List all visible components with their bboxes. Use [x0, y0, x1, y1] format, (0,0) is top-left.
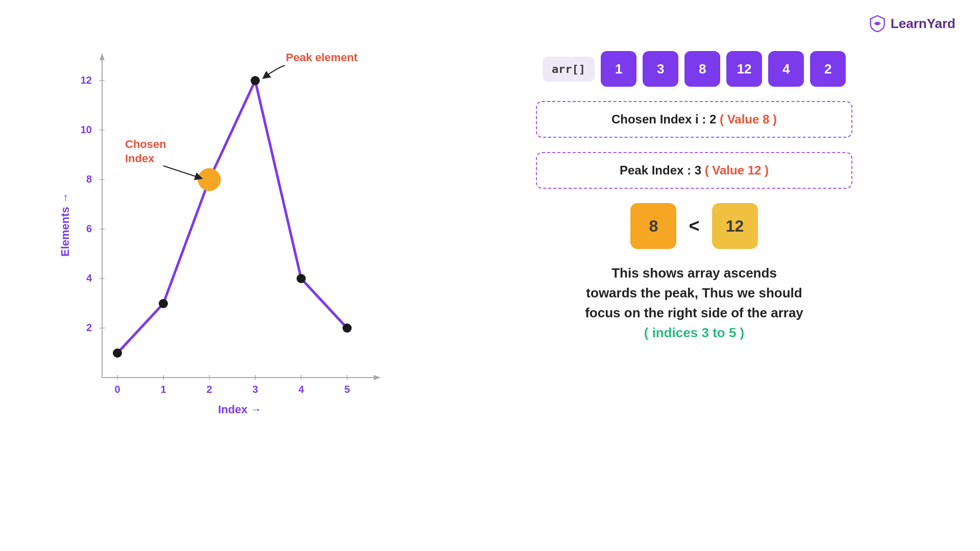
arr-cell-3: 12 [726, 51, 762, 87]
peak-label: Peak element [286, 51, 358, 64]
svg-text:2: 2 [86, 322, 92, 333]
description-text: This shows array ascendstowards the peak… [585, 263, 803, 343]
svg-text:8: 8 [86, 173, 92, 185]
svg-text:Elements →: Elements → [59, 192, 71, 257]
desc-line1: This shows array ascendstowards the peak… [585, 265, 803, 320]
svg-text:4: 4 [298, 384, 304, 395]
chosen-index-box: Chosen Index i : 2 ( Value 8 ) [536, 101, 852, 138]
chart-svg: 2 4 6 8 10 12 0 1 2 3 4 5 Elements → [41, 31, 408, 418]
right-panel: arr[] 1 3 8 12 4 2 Chosen Index i : 2 ( … [449, 51, 939, 343]
dot-chosen [198, 168, 220, 191]
svg-text:4: 4 [86, 272, 92, 284]
svg-marker-4 [374, 375, 381, 380]
svg-text:12: 12 [81, 74, 92, 86]
dot-3 [251, 76, 260, 85]
arr-cell-5: 2 [810, 51, 846, 87]
chosen-label-line2: Index [125, 152, 155, 165]
arr-label: arr[] [543, 57, 595, 82]
logo: LearnYard [868, 14, 955, 33]
dot-5 [342, 323, 352, 333]
comparison-row: 8 < 12 [630, 203, 757, 249]
chart-area: 2 4 6 8 10 12 0 1 2 3 4 5 Elements → [41, 31, 408, 418]
svg-text:2: 2 [206, 384, 212, 395]
logo-icon [868, 14, 887, 33]
arr-cell-0: 1 [601, 51, 636, 87]
peak-index-value: ( Value 12 ) [705, 163, 769, 177]
svg-point-0 [876, 22, 878, 24]
arr-cell-2: 8 [684, 51, 720, 87]
svg-text:1: 1 [160, 384, 166, 395]
dot-0 [113, 348, 122, 358]
cmp-left: 8 [630, 203, 676, 249]
logo-text: LearnYard [891, 16, 955, 32]
svg-marker-2 [100, 53, 105, 60]
arr-cell-4: 4 [768, 51, 804, 87]
chosen-index-value: ( Value 8 ) [720, 112, 777, 126]
svg-text:Index →: Index → [218, 403, 262, 416]
peak-index-box: Peak Index : 3 ( Value 12 ) [536, 152, 852, 189]
chosen-label-line1: Chosen [125, 138, 166, 151]
dot-4 [297, 274, 306, 283]
dot-1 [159, 299, 168, 308]
svg-text:6: 6 [86, 223, 92, 234]
peak-index-label: Peak Index : 3 [620, 163, 705, 177]
chosen-index-label: Chosen Index i : 2 [611, 112, 720, 126]
svg-text:5: 5 [344, 384, 350, 395]
array-row: arr[] 1 3 8 12 4 2 [543, 51, 846, 87]
arr-cell-1: 3 [643, 51, 678, 87]
svg-text:0: 0 [114, 384, 120, 395]
svg-text:3: 3 [252, 384, 258, 395]
cmp-symbol: < [689, 215, 699, 237]
desc-highlight: ( indices 3 to 5 ) [644, 325, 745, 340]
svg-text:10: 10 [81, 124, 92, 135]
cmp-right: 12 [712, 203, 758, 249]
